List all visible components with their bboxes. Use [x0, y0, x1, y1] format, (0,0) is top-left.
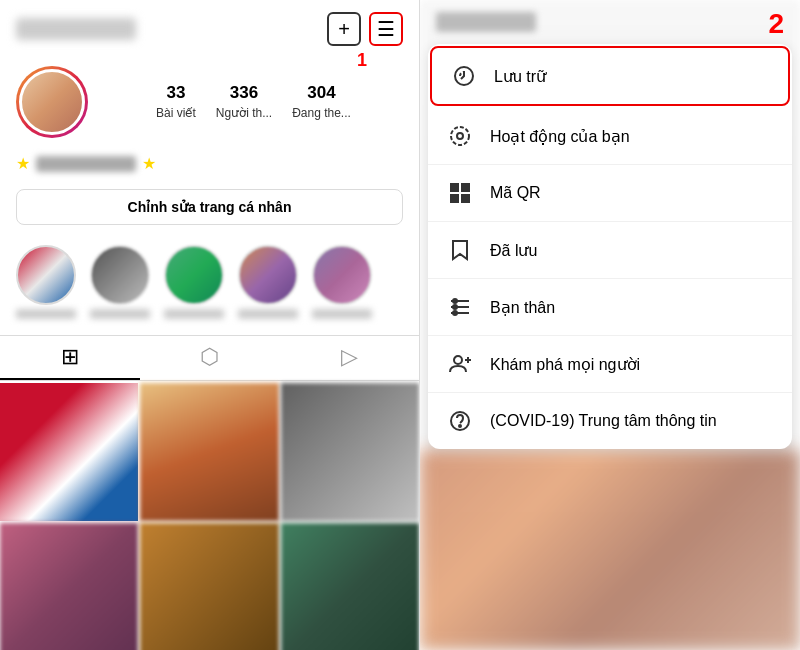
right-topbar	[420, 0, 800, 44]
svg-point-2	[457, 133, 463, 139]
menu-item-ban-than[interactable]: Bạn thân	[428, 279, 792, 336]
highlight-label-5	[312, 309, 372, 319]
highlight-2[interactable]	[90, 245, 150, 319]
highlight-4[interactable]	[238, 245, 298, 319]
hoat-dong-label: Hoạt động của bạn	[490, 127, 630, 146]
svg-rect-10	[466, 199, 469, 202]
followers-count: 336	[216, 83, 272, 103]
edit-profile-button[interactable]: Chỉnh sửa trang cá nhân	[16, 189, 403, 225]
svg-point-17	[453, 305, 457, 309]
ma-qr-label: Mã QR	[490, 184, 541, 202]
luu-tru-label: Lưu trữ	[494, 67, 546, 86]
avatar-inner	[19, 69, 85, 135]
highlight-1[interactable]	[16, 245, 76, 319]
tab-tagged[interactable]: ⬡	[140, 336, 280, 380]
da-luu-label: Đã lưu	[490, 241, 537, 260]
reels-icon: ▷	[341, 344, 358, 370]
grid-icon: ⊞	[61, 344, 79, 370]
highlight-3[interactable]	[164, 245, 224, 319]
kham-pha-icon	[446, 350, 474, 378]
highlight-label-4	[238, 309, 298, 319]
photo-5[interactable]	[140, 523, 278, 650]
menu-item-covid[interactable]: (COVID-19) Trung tâm thông tin	[428, 393, 792, 449]
name-row: ★ ★	[0, 150, 419, 181]
hoat-dong-icon	[446, 122, 474, 150]
ma-qr-icon	[446, 179, 474, 207]
star-icon: ★	[16, 154, 30, 173]
top-icons: + ☰	[327, 12, 403, 46]
following-label: Đang the...	[292, 106, 351, 120]
tab-reels[interactable]: ▷	[279, 336, 419, 380]
highlights-row	[0, 233, 419, 331]
stat-followers: 336 Người th...	[216, 83, 272, 121]
svg-rect-7	[464, 186, 467, 189]
svg-point-16	[453, 299, 457, 303]
annotation-2: 2	[768, 8, 784, 40]
tagged-icon: ⬡	[200, 344, 219, 370]
highlight-label-3	[164, 309, 224, 319]
star-icon-2: ★	[142, 154, 156, 173]
menu-item-ma-qr[interactable]: Mã QR	[428, 165, 792, 222]
menu-item-da-luu[interactable]: Đã lưu	[428, 222, 792, 279]
followers-label: Người th...	[216, 106, 272, 120]
highlight-5[interactable]	[312, 245, 372, 319]
ban-than-label: Bạn thân	[490, 298, 555, 317]
menu-item-luu-tru[interactable]: Lưu trữ	[430, 46, 790, 106]
menu-item-kham-pha[interactable]: Khám phá mọi người	[428, 336, 792, 393]
highlight-circle-3	[164, 245, 224, 305]
svg-rect-6	[453, 186, 456, 189]
svg-point-23	[459, 425, 461, 427]
right-panel: 2 Lưu trữ Hoạt động	[420, 0, 800, 650]
photo-1[interactable]	[0, 383, 138, 521]
svg-rect-12	[466, 195, 469, 198]
luu-tru-icon	[450, 62, 478, 90]
username-blur	[16, 18, 136, 40]
stat-following: 304 Đang the...	[292, 83, 351, 121]
menu-panel: Lưu trữ Hoạt động của bạn	[428, 44, 792, 449]
avatar	[16, 66, 88, 138]
stat-posts: 33 Bài viết	[156, 83, 196, 121]
annotation-1: 1	[357, 50, 367, 71]
tab-bar: ⊞ ⬡ ▷	[0, 335, 419, 381]
svg-rect-8	[453, 197, 456, 200]
display-name	[36, 156, 136, 172]
svg-rect-11	[462, 199, 465, 202]
covid-label: (COVID-19) Trung tâm thông tin	[490, 412, 717, 430]
highlight-circle-1	[16, 245, 76, 305]
left-panel: + ☰ 1 33 Bài viết 336 Người th... 304 Đa…	[0, 0, 420, 650]
photo-4[interactable]	[0, 523, 138, 650]
highlight-circle-5	[312, 245, 372, 305]
right-bottom-blur	[420, 450, 800, 650]
svg-point-18	[453, 311, 457, 315]
highlight-label-1	[16, 309, 76, 319]
menu-button[interactable]: ☰	[369, 12, 403, 46]
tab-grid[interactable]: ⊞	[0, 336, 140, 380]
profile-section: 33 Bài viết 336 Người th... 304 Đang the…	[0, 58, 419, 150]
right-username-blur	[436, 12, 536, 32]
photo-2[interactable]	[140, 383, 278, 521]
svg-point-19	[454, 356, 462, 364]
svg-rect-9	[462, 195, 465, 198]
photo-3[interactable]	[281, 383, 419, 521]
da-luu-icon	[446, 236, 474, 264]
photo-grid	[0, 383, 419, 650]
covid-icon	[446, 407, 474, 435]
stats-row: 33 Bài viết 336 Người th... 304 Đang the…	[104, 83, 403, 121]
menu-item-hoat-dong[interactable]: Hoạt động của bạn	[428, 108, 792, 165]
svg-point-1	[451, 127, 469, 145]
photo-6[interactable]	[281, 523, 419, 650]
add-post-button[interactable]: +	[327, 12, 361, 46]
posts-count: 33	[156, 83, 196, 103]
highlight-circle-2	[90, 245, 150, 305]
highlight-label-2	[90, 309, 150, 319]
ban-than-icon	[446, 293, 474, 321]
highlight-circle-4	[238, 245, 298, 305]
kham-pha-label: Khám phá mọi người	[490, 355, 640, 374]
posts-label: Bài viết	[156, 106, 196, 120]
following-count: 304	[292, 83, 351, 103]
